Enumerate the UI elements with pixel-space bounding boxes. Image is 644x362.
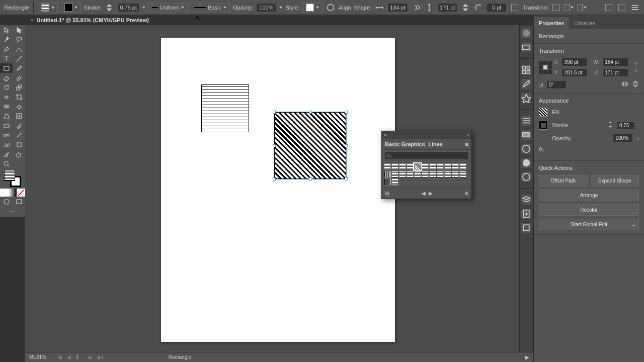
document-tab-title[interactable]: Untitled-1* @ 55.81% (CMYK/GPU Preview) (36, 17, 148, 23)
edit-toolbar-button[interactable]: ⋯ (0, 206, 25, 217)
tab-libraries[interactable]: Libraries (569, 17, 600, 29)
h-field[interactable]: 171 pt (602, 68, 628, 77)
panel-close-icon[interactable]: × (384, 133, 386, 138)
artboard[interactable] (161, 38, 395, 342)
live-paint-tool[interactable] (13, 102, 25, 111)
rotation-field[interactable]: 0° (546, 80, 567, 89)
x-field[interactable]: 390 pt (561, 58, 588, 66)
tab-properties[interactable]: Properties (534, 17, 569, 29)
gradient-tool[interactable] (0, 121, 13, 130)
color-gradient-icon[interactable] (9, 189, 17, 197)
scale-tool[interactable] (13, 82, 25, 92)
symbols-panel-icon[interactable] (521, 93, 531, 103)
rectangle-tool[interactable] (0, 63, 13, 73)
free-transform-tool[interactable] (13, 92, 25, 102)
opacity-field[interactable]: 100% (613, 134, 633, 142)
panel-menu-icon[interactable] (630, 3, 640, 13)
flip-vertical-icon[interactable] (632, 80, 639, 89)
rotate-tool[interactable] (0, 82, 13, 92)
graphic-styles-icon[interactable] (521, 172, 531, 182)
swatches-panel-icon[interactable] (521, 65, 531, 75)
swatch-item[interactable] (414, 171, 421, 178)
corner-radius-field[interactable]: 0 pt (487, 3, 507, 12)
fill-swatch[interactable] (539, 108, 548, 117)
brushes-panel-icon[interactable] (521, 79, 531, 89)
stroke-swatch[interactable] (539, 121, 548, 130)
color-mode-row[interactable] (0, 189, 25, 197)
isolate-icon[interactable] (551, 3, 561, 13)
align-to-icon[interactable] (564, 3, 574, 13)
arrange-button[interactable]: Arrange (539, 190, 639, 201)
swatch-item[interactable] (422, 171, 429, 178)
eyedropper-tool[interactable] (13, 121, 25, 130)
draw-mode-normal[interactable] (0, 197, 13, 206)
color-solid-icon[interactable] (0, 189, 9, 197)
swatch-item[interactable] (414, 163, 421, 170)
stroke-profile-dropdown[interactable]: Uniform (148, 3, 188, 12)
resize-handle[interactable] (345, 144, 348, 147)
link-wh-toggle[interactable] (633, 60, 639, 75)
prev-library-icon[interactable]: ◀ (422, 191, 426, 196)
first-artboard-icon[interactable]: I◀ (56, 354, 62, 360)
delete-swatch-icon[interactable]: ⊗ (464, 191, 468, 196)
selection-tool[interactable] (0, 25, 13, 35)
swatch-search-input[interactable] (385, 151, 468, 160)
prev-artboard-icon[interactable]: ◀ (67, 354, 71, 360)
type-tool[interactable] (0, 54, 13, 63)
swatch-item[interactable] (391, 178, 398, 186)
start-global-edit-button[interactable]: Start Global Edit⌄ (539, 219, 639, 230)
hand-tool[interactable] (13, 149, 25, 159)
w-field[interactable]: 184 pt (602, 58, 628, 66)
curvature-tool[interactable] (13, 44, 25, 54)
fx-icon[interactable]: fx. (539, 146, 545, 152)
artboards-panel-icon[interactable] (521, 223, 531, 233)
swatch-item[interactable] (444, 163, 451, 170)
corner-type-icon[interactable] (510, 3, 520, 13)
swatch-item[interactable] (407, 163, 414, 170)
resize-handle[interactable] (345, 111, 348, 114)
panel-dock-icon[interactable]: « (467, 133, 469, 138)
shape-width-field[interactable]: 184 pt (387, 3, 408, 12)
graphic-style-dropdown[interactable] (302, 2, 323, 13)
reference-point-selector[interactable] (539, 61, 552, 74)
corner-stepper[interactable] (460, 3, 470, 13)
expand-shape-button[interactable]: Expand Shape (591, 175, 639, 187)
slice-tool[interactable] (0, 149, 13, 159)
offset-path-button[interactable]: Offset Path (539, 175, 588, 187)
swatch-item[interactable] (444, 171, 451, 178)
doc-setup-icon[interactable] (604, 3, 614, 13)
swatch-menu-icon[interactable]: ⊞. (385, 191, 390, 196)
lasso-tool[interactable] (13, 35, 25, 44)
opacity-dropdown[interactable] (279, 7, 282, 9)
swatch-item[interactable] (391, 171, 398, 178)
arrange-icon[interactable] (577, 3, 587, 13)
eraser-tool[interactable] (13, 73, 25, 82)
paintbrush-tool[interactable] (13, 63, 25, 73)
shape-height-field[interactable]: 171 pt (437, 3, 458, 12)
rectangle-diagonal-selected[interactable] (274, 112, 346, 179)
gradient-panel-icon[interactable] (521, 130, 531, 140)
flip-horizontal-icon[interactable] (621, 80, 629, 88)
symbol-sprayer-tool[interactable] (13, 130, 25, 140)
resize-handle[interactable] (273, 177, 276, 180)
panel-titlebar[interactable]: × « (382, 131, 471, 139)
resize-handle[interactable] (273, 144, 276, 147)
pen-tool[interactable] (0, 44, 13, 54)
zoom-field[interactable]: 55.81% (29, 354, 46, 360)
resize-handle[interactable] (345, 177, 348, 180)
resize-handle[interactable] (309, 177, 312, 180)
shaper-tool[interactable] (0, 73, 13, 82)
stroke-stepper-icon[interactable] (608, 121, 613, 129)
appearance-panel-icon[interactable] (521, 158, 531, 168)
layers-panel-icon[interactable] (521, 195, 531, 205)
swatch-item[interactable] (429, 171, 436, 178)
swatch-item[interactable] (422, 163, 429, 170)
swatch-item[interactable] (399, 171, 406, 178)
brush-dropdown[interactable]: Basic (191, 3, 230, 12)
swatch-item[interactable] (459, 171, 466, 178)
width-tool[interactable] (0, 92, 13, 102)
rectangle-horizontal-lines[interactable] (201, 84, 249, 132)
status-menu-icon[interactable]: ▶ (525, 354, 529, 360)
swatch-item[interactable] (391, 163, 398, 170)
next-artboard-icon[interactable]: ▶ (89, 354, 93, 360)
